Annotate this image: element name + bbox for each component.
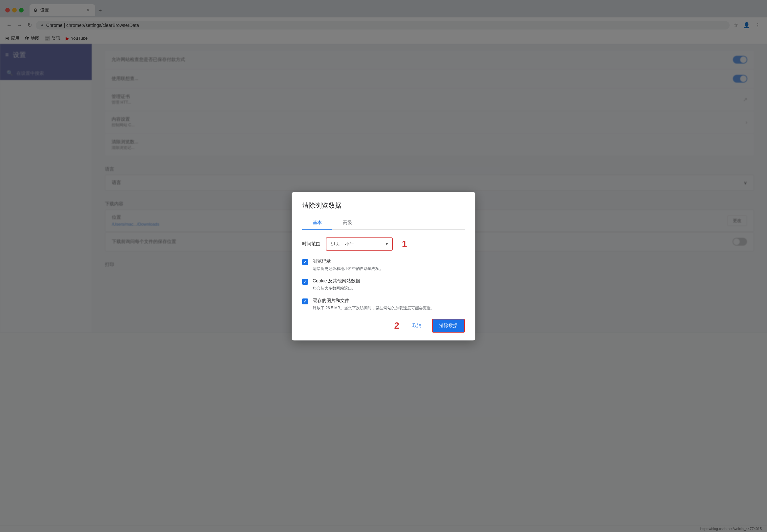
history-checkbox-title: 浏览记录 (313, 258, 465, 264)
clear-data-dialog: 清除浏览数据 基本 高级 时间范围 过去一小时 过去24小时 过去7天 过去4周… (292, 192, 475, 333)
cancel-button[interactable]: 取消 (406, 319, 428, 332)
checkbox-cookies-row: ✓ Cookie 及其他网站数据 您会从大多数网站退出。 (302, 278, 465, 291)
cache-checkbox-desc: 释放了 26.5 MB。当您下次访问时，某些网站的加载速度可能会更慢。 (313, 305, 465, 311)
checkbox-history-row: ✓ 浏览记录 清除历史记录和地址栏中的自动填充项。 (302, 258, 465, 272)
tab-advanced[interactable]: 高级 (332, 216, 363, 230)
cache-checkbox[interactable]: ✓ (302, 298, 308, 304)
history-checkbox-desc: 清除历史记录和地址栏中的自动填充项。 (313, 266, 465, 272)
history-checkbox-content: 浏览记录 清除历史记录和地址栏中的自动填充项。 (313, 258, 465, 272)
history-check-icon: ✓ (303, 260, 307, 264)
cache-checkbox-title: 缓存的图片和文件 (313, 298, 465, 304)
cookies-checkbox-title: Cookie 及其他网站数据 (313, 278, 465, 284)
cookies-checkbox-content: Cookie 及其他网站数据 您会从大多数网站退出。 (313, 278, 465, 291)
step2-number: 2 (394, 320, 399, 331)
cookies-checkbox[interactable]: ✓ (302, 279, 308, 285)
checkbox-cache-row: ✓ 缓存的图片和文件 释放了 26.5 MB。当您下次访问时，某些网站的加载速度… (302, 298, 465, 311)
cache-checkbox-content: 缓存的图片和文件 释放了 26.5 MB。当您下次访问时，某些网站的加载速度可能… (313, 298, 465, 311)
tab-basic[interactable]: 基本 (302, 216, 332, 230)
dialog-tabs: 基本 高级 (302, 216, 465, 230)
dialog-footer: 2 取消 清除数据 (302, 319, 465, 333)
time-range-select-wrapper: 过去一小时 过去24小时 过去7天 过去4周 全部时间 ▼ (326, 237, 393, 251)
modal-overlay: 清除浏览数据 基本 高级 时间范围 过去一小时 过去24小时 过去7天 过去4周… (0, 0, 767, 333)
clear-data-button[interactable]: 清除数据 (432, 319, 465, 333)
dialog-title: 清除浏览数据 (302, 201, 465, 210)
step1-number: 1 (402, 239, 407, 249)
cache-check-icon: ✓ (303, 299, 307, 304)
history-checkbox[interactable]: ✓ (302, 259, 308, 265)
cookies-check-icon: ✓ (303, 279, 307, 284)
time-range-select[interactable]: 过去一小时 过去24小时 过去7天 过去4周 全部时间 (326, 238, 392, 250)
cookies-checkbox-desc: 您会从大多数网站退出。 (313, 285, 465, 291)
time-range-row: 时间范围 过去一小时 过去24小时 过去7天 过去4周 全部时间 ▼ 1 (302, 237, 465, 251)
time-range-label: 时间范围 (302, 241, 321, 247)
